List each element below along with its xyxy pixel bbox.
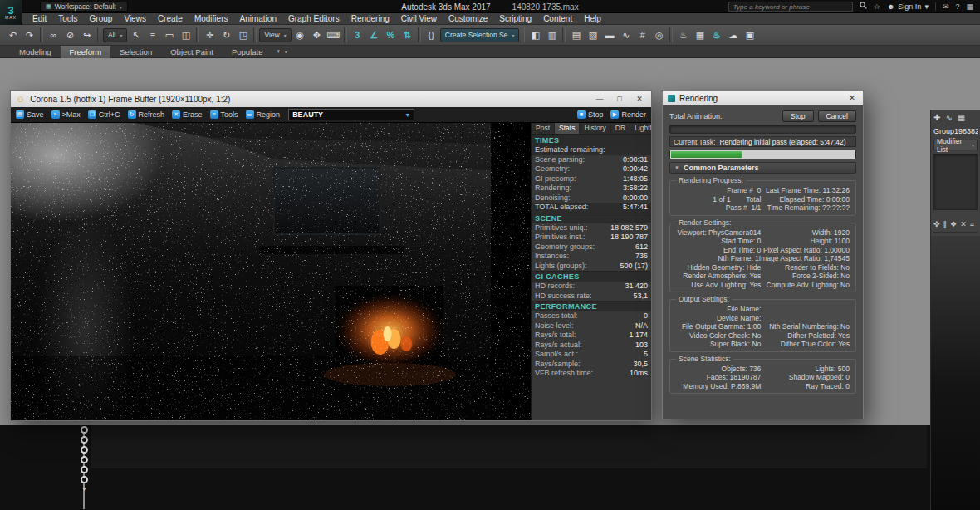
use-pivot-point-icon[interactable]: ◉ — [292, 27, 308, 43]
align-icon[interactable]: ▥ — [544, 27, 560, 43]
redo-icon[interactable]: ↷ — [22, 27, 37, 43]
percent-snap-icon[interactable]: % — [383, 27, 399, 43]
cancel-button[interactable]: Cancel — [818, 110, 856, 122]
edit-named-selection-sets-icon[interactable]: {} — [424, 27, 439, 43]
viewport-background-dark[interactable] — [0, 425, 980, 510]
vfb-stats-tab[interactable]: LightMix — [630, 123, 651, 134]
send-to-max-button[interactable]: » >Max — [51, 110, 81, 119]
dialog-title-bar[interactable]: Rendering ✕ — [663, 91, 863, 105]
sign-in-button[interactable]: ☻ Sign In ▾ — [887, 2, 929, 11]
selection-filter-dropdown[interactable]: All — [103, 28, 127, 42]
copy-button[interactable]: ❐ Ctrl+C — [88, 110, 120, 119]
tools-button[interactable]: ≡ Tools — [210, 110, 238, 119]
schematic-view-icon[interactable]: # — [635, 27, 650, 43]
save-button[interactable]: ▤ Save — [16, 110, 44, 119]
snap-toggle-3d-icon[interactable]: 3 — [350, 27, 365, 43]
menu-item[interactable]: Customize — [443, 13, 493, 25]
channel-selector-dropdown[interactable]: BEAUTY ▼ — [288, 109, 414, 120]
help-search-input[interactable] — [728, 2, 853, 12]
workspace-selector[interactable]: ▦ Workspace: Default ▾ — [40, 2, 128, 12]
search-icon[interactable] — [860, 0, 867, 13]
spinner-snap-icon[interactable]: ⇅ — [399, 27, 415, 43]
named-selection-dropdown[interactable]: Create Selection Se — [440, 28, 520, 42]
ribbon-tab[interactable]: Selection — [110, 46, 161, 58]
select-and-link-icon[interactable]: ∞ — [46, 27, 61, 43]
select-and-manipulate-icon[interactable]: ✥ — [309, 27, 325, 43]
ribbon-pin-icon[interactable]: ▪ — [285, 49, 287, 55]
menu-item[interactable]: Tools — [52, 13, 83, 25]
ribbon-tab[interactable]: Modeling — [10, 46, 61, 58]
ribbon-tab[interactable]: Object Paint — [161, 46, 223, 58]
vfb-title-bar[interactable]: ☺ Corona 1.5 (hotfix 1) Frame Buffer (19… — [11, 91, 651, 107]
pin-stack-icon[interactable]: ✜ — [933, 220, 940, 228]
ribbon-tab[interactable]: Freeform — [61, 46, 111, 58]
menu-item[interactable]: Help — [578, 13, 607, 25]
close-icon[interactable]: ✕ — [845, 94, 860, 102]
minimize-button[interactable]: — — [590, 91, 610, 107]
select-and-rotate-icon[interactable]: ↻ — [218, 27, 234, 43]
select-object-icon[interactable]: ↖ — [128, 27, 144, 43]
stop-button[interactable]: ■ Stop — [577, 110, 604, 119]
render-button[interactable]: ▶ Render — [610, 110, 646, 119]
menu-item[interactable]: Edit — [27, 13, 52, 25]
track-handle-strip[interactable]: ▾ — [79, 426, 90, 509]
layer-explorer-icon[interactable]: ▧ — [585, 27, 600, 43]
menu-item[interactable]: Views — [118, 13, 152, 25]
select-by-name-icon[interactable]: ≡ — [145, 27, 160, 43]
help-icon[interactable]: ? — [955, 0, 959, 13]
favorites-icon[interactable]: ☆ — [874, 0, 880, 13]
ribbon-tab[interactable]: Populate — [223, 46, 272, 58]
window-crossing-icon[interactable]: ◫ — [178, 27, 194, 43]
communication-center-icon[interactable]: ✉ — [943, 0, 949, 13]
render-gallery-icon[interactable]: ▣ — [742, 27, 757, 43]
erase-button[interactable]: ✕ Erase — [172, 110, 203, 119]
select-and-scale-icon[interactable]: ◳ — [235, 27, 251, 43]
vfb-stats-tab[interactable]: Stats — [555, 123, 580, 134]
menu-item[interactable]: Graph Editors — [282, 13, 345, 25]
bind-to-space-warp-icon[interactable]: ↬ — [79, 27, 95, 43]
app-logo[interactable]: 3 MAX — [0, 0, 22, 25]
modifier-stack-list[interactable] — [933, 154, 978, 210]
show-end-result-icon[interactable]: ∥ — [943, 220, 948, 228]
menu-item[interactable]: Rendering — [345, 13, 395, 25]
maximize-button[interactable]: □ — [610, 91, 630, 107]
render-image[interactable] — [11, 123, 531, 420]
render-setup-icon[interactable]: ♨ — [675, 27, 691, 43]
ribbon-chevron-icon[interactable]: ▾ — [277, 48, 280, 55]
display-tab-icon[interactable]: ▦ — [958, 113, 965, 123]
vfb-stats-tab[interactable]: DR — [611, 123, 630, 134]
create-tab-icon[interactable]: ✚ — [933, 113, 940, 123]
curve-editor-icon[interactable]: ∿ — [618, 27, 634, 43]
menu-item[interactable]: Content — [537, 13, 578, 25]
menu-item[interactable]: Animation — [233, 13, 282, 25]
render-production-icon[interactable]: ♨ — [708, 27, 724, 43]
unlink-selection-icon[interactable]: ⊘ — [62, 27, 78, 43]
menu-item[interactable]: Modifiers — [189, 13, 234, 25]
select-and-move-icon[interactable]: ✛ — [202, 27, 218, 43]
menu-item[interactable]: Group — [84, 13, 119, 25]
menu-item[interactable]: Civil View — [395, 13, 443, 25]
make-unique-icon[interactable]: ❖ — [950, 220, 957, 228]
vfb-stats-tab[interactable]: Post — [532, 123, 555, 134]
angle-snap-icon[interactable]: ∠ — [366, 27, 382, 43]
mirror-icon[interactable]: ◧ — [527, 27, 543, 43]
render-in-cloud-icon[interactable]: ☁ — [725, 27, 741, 43]
region-button[interactable]: ▭ Region — [246, 110, 281, 119]
rendered-frame-window-icon[interactable]: ▦ — [692, 27, 708, 43]
undo-icon[interactable]: ↶ — [5, 27, 21, 43]
stop-button[interactable]: Stop — [782, 110, 814, 122]
ribbon-toggle-icon[interactable]: ▬ — [601, 27, 617, 43]
close-button[interactable]: ✕ — [630, 91, 649, 107]
modifier-list-dropdown[interactable]: Modifier List ▾ — [933, 140, 978, 150]
keyboard-override-icon[interactable]: ⌨ — [326, 27, 341, 43]
reference-coordinate-dropdown[interactable]: View — [259, 28, 291, 42]
menu-item[interactable]: Create — [152, 13, 189, 25]
scene-explorer-icon[interactable]: ▤ — [568, 27, 584, 43]
modify-tab-icon[interactable]: ∿ — [945, 113, 952, 123]
apps-grid-icon[interactable]: ▦ — [966, 0, 973, 13]
configure-modifier-sets-icon[interactable]: ≡ — [970, 220, 974, 228]
selection-region-icon[interactable]: ▭ — [161, 27, 177, 43]
common-parameters-rollout[interactable]: ▼ Common Parameters — [669, 162, 856, 174]
vfb-stats-tab[interactable]: History — [580, 123, 610, 134]
refresh-button[interactable]: ↻ Refresh — [128, 110, 165, 119]
